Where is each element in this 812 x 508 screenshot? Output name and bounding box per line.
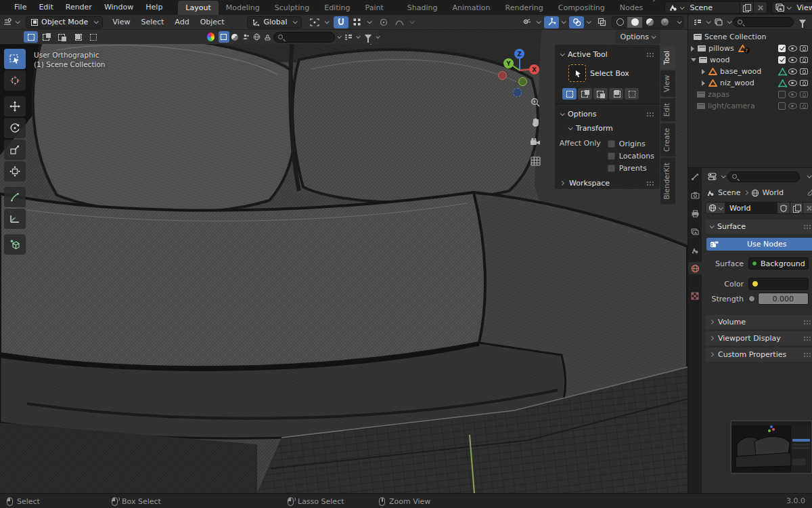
panel-mode-invert-button[interactable]	[609, 88, 623, 100]
expand-icon[interactable]	[691, 46, 694, 51]
options-panel-header[interactable]: Options	[555, 107, 660, 121]
menu-edit[interactable]: Edit	[32, 0, 59, 15]
select-mode-new-button[interactable]	[24, 31, 38, 43]
navigation-gizmo[interactable]: Z Y X	[494, 43, 548, 101]
active-tool-panel-header[interactable]: Active Tool	[555, 47, 660, 62]
world-browse-button[interactable]	[705, 202, 725, 214]
panel-grip[interactable]	[646, 181, 654, 186]
blenderkit-profile-button[interactable]	[240, 31, 251, 43]
new-datablock-button[interactable]	[790, 202, 803, 214]
exclude-checkbox[interactable]	[778, 56, 786, 64]
workspace-panel-header[interactable]: Workspace	[555, 176, 660, 190]
proportional-falloff-button[interactable]	[392, 16, 407, 28]
pin-icon[interactable]	[807, 189, 812, 196]
viewport-display-panel-header[interactable]: Viewport Display	[705, 331, 812, 345]
custom-properties-panel-header[interactable]: Custom Properties	[705, 347, 812, 362]
render-visibility-icon[interactable]	[800, 68, 808, 75]
menu-file[interactable]: File	[8, 0, 32, 15]
tab-texture-properties[interactable]	[688, 290, 702, 302]
blenderkit-logo-icon[interactable]	[207, 33, 215, 41]
tab-scene-properties[interactable]	[688, 244, 702, 256]
collapse-icon[interactable]	[691, 58, 696, 62]
shading-material-button[interactable]	[642, 17, 657, 28]
gizmos-toggle[interactable]	[544, 16, 559, 28]
scene-name[interactable]: Scene	[687, 2, 740, 13]
tab-edit[interactable]: Edit	[660, 98, 675, 121]
shading-wireframe-button[interactable]	[612, 17, 627, 28]
snap-toggle[interactable]	[334, 16, 348, 28]
render-visibility-icon[interactable]	[800, 80, 808, 86]
pivot-point-button[interactable]	[307, 16, 322, 28]
select-mode-extend-button[interactable]	[39, 31, 53, 43]
hide-eye-icon[interactable]	[788, 68, 797, 75]
workspace-tab-geometry-nodes[interactable]: Geometry Nodes	[612, 0, 664, 15]
camera-view-button[interactable]	[529, 135, 541, 148]
exclude-checkbox[interactable]	[778, 45, 786, 52]
panel-grip[interactable]	[803, 336, 811, 341]
options-dropdown[interactable]: Options	[615, 30, 660, 44]
scene-new-button[interactable]	[740, 2, 753, 13]
origins-checkbox[interactable]	[608, 140, 615, 148]
surface-shader-dropdown[interactable]: Background	[748, 257, 809, 270]
workspace-tab-layout[interactable]: Layout	[178, 1, 218, 15]
panel-mode-intersect-button[interactable]	[625, 88, 639, 100]
blenderkit-search-input[interactable]	[273, 32, 335, 43]
select-mode-intersect-button[interactable]	[86, 31, 100, 43]
blenderkit-categories-button[interactable]	[229, 31, 240, 43]
outliner-editor-type-button[interactable]	[691, 16, 704, 28]
blenderkit-clean-button[interactable]	[263, 31, 273, 43]
workspace-tab-shading[interactable]: Shading	[400, 1, 445, 15]
filter-tree-button[interactable]	[343, 31, 354, 43]
outliner-display-mode-button[interactable]	[712, 16, 725, 28]
expand-icon[interactable]	[702, 81, 705, 86]
outliner-row-light-camera[interactable]: light/camera	[688, 100, 812, 112]
tool-move-button[interactable]	[4, 96, 26, 117]
shading-dropdown-button[interactable]	[672, 17, 683, 28]
breadcrumb-scene[interactable]: Scene	[718, 188, 741, 197]
blenderkit-web-button[interactable]	[251, 31, 262, 43]
render-visibility-icon[interactable]	[800, 57, 808, 63]
tool-cursor-button[interactable]	[4, 70, 26, 91]
outliner-row-base-wood[interactable]: base_wood	[688, 66, 812, 77]
outliner-filter-button[interactable]	[796, 16, 809, 28]
viewport-menu-object[interactable]: Object	[195, 15, 230, 30]
editor-type-button[interactable]	[0, 15, 22, 29]
hide-eye-icon[interactable]	[788, 80, 797, 86]
tool-add-cube-button[interactable]	[4, 234, 26, 255]
scene-browse-button[interactable]	[665, 2, 687, 13]
fake-user-button[interactable]	[777, 202, 790, 214]
shading-rendered-button[interactable]	[657, 17, 672, 28]
unlink-datablock-button[interactable]	[803, 202, 812, 214]
workspace-tab-rendering[interactable]: Rendering	[498, 1, 551, 15]
tab-tool[interactable]: Tool	[660, 46, 675, 69]
outliner-search-input[interactable]	[733, 17, 794, 27]
use-nodes-button[interactable]: Use Nodes	[706, 238, 812, 251]
menu-help[interactable]: Help	[139, 0, 168, 15]
viewlayer-name[interactable]: ViewLayer	[794, 2, 812, 13]
outliner-row-niz-wood[interactable]: niz_wood	[688, 77, 812, 89]
breadcrumb-world[interactable]: World	[763, 188, 784, 197]
viewport-menu-select[interactable]: Select	[135, 15, 169, 30]
tab-world-properties[interactable]	[688, 262, 702, 274]
gizmo-axis-z[interactable]: Z	[514, 49, 524, 59]
blenderkit-asset-button[interactable]	[219, 31, 229, 43]
strength-slider[interactable]: 0.000	[758, 293, 809, 305]
workspace-tab-modeling[interactable]: Modeling	[219, 1, 267, 15]
gizmo-axis-x[interactable]: X	[529, 64, 539, 75]
render-visibility-icon[interactable]	[800, 91, 808, 98]
workspace-tab-texture-paint[interactable]: Texture Paint	[358, 0, 400, 15]
show-visibility-button[interactable]	[519, 16, 534, 28]
panel-mode-new-button[interactable]	[562, 88, 577, 100]
tool-measure-button[interactable]	[4, 209, 26, 229]
select-mode-invert-button[interactable]	[70, 31, 85, 43]
volume-panel-header[interactable]: Volume	[705, 315, 812, 329]
filter-funnel-button[interactable]	[362, 31, 373, 43]
render-visibility-icon[interactable]	[800, 45, 808, 51]
panel-mode-subtract-button[interactable]	[593, 88, 608, 100]
shading-solid-button[interactable]	[627, 17, 642, 28]
workspace-tab-uv-editing[interactable]: UV Editing	[317, 0, 357, 15]
tool-select-box-button[interactable]	[4, 49, 26, 69]
outliner-row-pillows[interactable]: pillows 7	[688, 43, 812, 54]
tab-view[interactable]: View	[660, 70, 675, 97]
color-swatch-field[interactable]	[748, 278, 809, 290]
